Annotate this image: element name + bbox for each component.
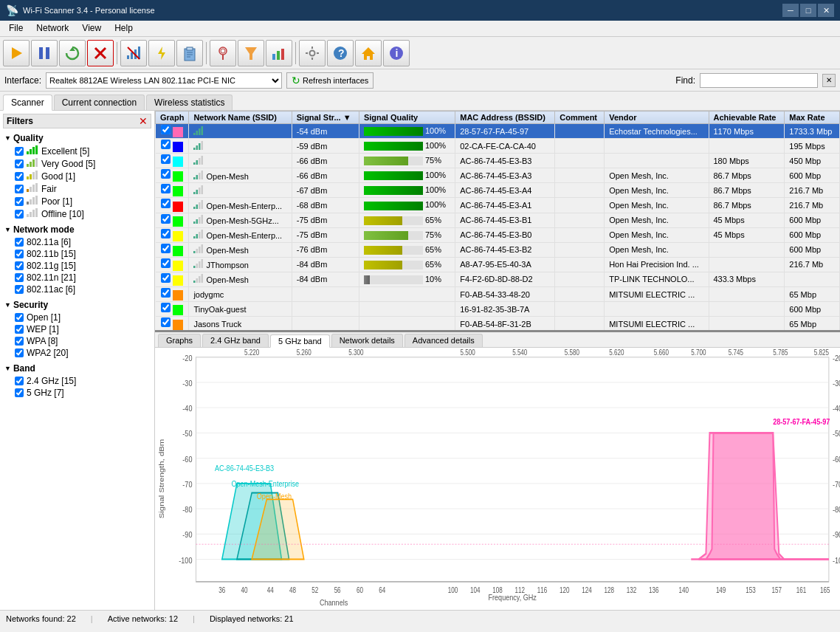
info-button[interactable]: i: [383, 40, 410, 66]
table-row[interactable]: -67 dBm 100% AC-86-74-45-E3-A4 Open Mesh…: [156, 183, 840, 198]
tab-current-connection[interactable]: Current connection: [54, 95, 145, 110]
filter-wpa-checkbox[interactable]: [15, 337, 24, 346]
col-ach-rate[interactable]: Achievable Rate: [709, 111, 785, 124]
filter-offline-checkbox[interactable]: [15, 210, 24, 219]
col-ssid[interactable]: Network Name (SSID): [189, 111, 292, 124]
filter-good[interactable]: Good [1]: [3, 170, 151, 182]
pause-scan-button[interactable]: [31, 40, 58, 66]
section-band[interactable]: ▼ Band: [3, 362, 151, 375]
filters-close-button[interactable]: ✕: [139, 116, 148, 126]
home-button[interactable]: [355, 40, 382, 66]
table-row[interactable]: Open-Mesh -66 dBm 100% AC-86-74-45-E3-A3…: [156, 168, 840, 183]
filter-offline[interactable]: Offline [10]: [3, 207, 151, 220]
filter-wpa2-checkbox[interactable]: [15, 348, 24, 357]
filter-fair[interactable]: Fair: [3, 182, 151, 195]
signal-button[interactable]: [120, 40, 147, 66]
filter-wep-checkbox[interactable]: [15, 325, 24, 334]
antenna-button[interactable]: [210, 40, 236, 66]
filter-5ghz[interactable]: 5 GHz [7]: [3, 387, 151, 399]
row-check[interactable]: [156, 168, 189, 183]
col-max-rate[interactable]: Max Rate: [785, 111, 840, 124]
bottom-tab-5ghz[interactable]: 5 GHz band: [270, 334, 330, 348]
row-check[interactable]: [156, 242, 189, 257]
row-check[interactable]: [156, 139, 189, 154]
row-check[interactable]: [156, 272, 189, 286]
table-row[interactable]: Open-Mesh-Enterp... -75 dBm 75% AC-86-74…: [156, 227, 840, 242]
filter-80211n-checkbox[interactable]: [15, 273, 24, 282]
table-row[interactable]: Open-Mesh-Enterp... -68 dBm 100% AC-86-7…: [156, 198, 840, 213]
filter-80211g-checkbox[interactable]: [15, 261, 24, 270]
filter-excellent[interactable]: Excellent [5]: [3, 145, 151, 157]
col-signal-quality[interactable]: Signal Quality: [359, 111, 455, 124]
menu-network[interactable]: Network: [30, 22, 75, 35]
table-row[interactable]: jodygmc F0-AB-54-33-48-20 MITSUMI ELECTR…: [156, 287, 840, 302]
find-clear-button[interactable]: ✕: [822, 74, 836, 87]
col-comment[interactable]: Comment: [555, 111, 605, 124]
close-button[interactable]: ✕: [818, 4, 834, 17]
chart-button[interactable]: [266, 40, 292, 66]
table-row[interactable]: -59 dBm 100% 02-CA-FE-CA-CA-40 195 Mbps: [156, 139, 840, 154]
filter-very-good-checkbox[interactable]: [15, 159, 24, 168]
help-button[interactable]: ?: [327, 40, 354, 66]
clipboard-button[interactable]: [176, 40, 203, 66]
interface-select[interactable]: Realtek 8812AE Wireless LAN 802.11ac PCI…: [46, 72, 282, 89]
filter-wep[interactable]: WEP [1]: [3, 323, 151, 335]
section-quality[interactable]: ▼ Quality: [3, 131, 151, 145]
row-check[interactable]: [156, 124, 189, 139]
table-row[interactable]: Jasons Truck F0-AB-54-8F-31-2B MITSUMI E…: [156, 317, 840, 332]
row-check[interactable]: [156, 198, 189, 213]
bottom-tab-advanced-details[interactable]: Advanced details: [404, 334, 483, 347]
filter-poor[interactable]: Poor [1]: [3, 195, 151, 207]
col-graph[interactable]: Graph: [156, 111, 189, 124]
filter-open-checkbox[interactable]: [15, 313, 24, 322]
refresh-button[interactable]: [59, 40, 86, 66]
bottom-tab-24ghz[interactable]: 2.4 GHz band: [202, 334, 269, 347]
table-row[interactable]: Open-Mesh-5GHz... -75 dBm 65% AC-86-74-4…: [156, 213, 840, 227]
filter-80211n[interactable]: 802.11n [21]: [3, 272, 151, 284]
filter-excellent-checkbox[interactable]: [15, 147, 24, 156]
row-check[interactable]: [156, 183, 189, 198]
filter-good-checkbox[interactable]: [15, 172, 24, 181]
row-check[interactable]: [156, 154, 189, 168]
row-check[interactable]: [156, 257, 189, 272]
menu-file[interactable]: File: [3, 22, 29, 35]
filter-wpa2[interactable]: WPA2 [20]: [3, 347, 151, 359]
section-network-mode[interactable]: ▼ Network mode: [3, 223, 151, 236]
table-row[interactable]: -66 dBm 75% AC-86-74-45-E3-B3 180 Mbps 4…: [156, 154, 840, 168]
row-check[interactable]: [156, 302, 189, 317]
maximize-button[interactable]: □: [800, 4, 816, 17]
menu-help[interactable]: Help: [109, 22, 139, 35]
table-row[interactable]: -54 dBm 100% 28-57-67-FA-45-97 Echostar …: [156, 124, 840, 139]
filter-24ghz-checkbox[interactable]: [15, 377, 24, 385]
section-security[interactable]: ▼ Security: [3, 298, 151, 312]
flash-button[interactable]: [148, 40, 175, 66]
filter-80211ac[interactable]: 802.11ac [6]: [3, 284, 151, 295]
row-check[interactable]: [156, 287, 189, 302]
filter-80211ac-checkbox[interactable]: [15, 285, 24, 294]
table-row[interactable]: Open-Mesh -84 dBm 10% F4-F2-6D-8D-88-D2 …: [156, 272, 840, 286]
filter-80211a[interactable]: 802.11a [6]: [3, 236, 151, 248]
start-scan-button[interactable]: [3, 40, 30, 66]
filter-5ghz-checkbox[interactable]: [15, 388, 24, 397]
filter-24ghz[interactable]: 2.4 GHz [15]: [3, 375, 151, 387]
table-row[interactable]: Open-Mesh -76 dBm 65% AC-86-74-45-E3-B2 …: [156, 242, 840, 257]
table-row[interactable]: TinyOak-guest 16-91-82-35-3B-7A 600 Mbp: [156, 302, 840, 317]
settings-button[interactable]: [299, 40, 326, 66]
filter-very-good[interactable]: Very Good [5]: [3, 157, 151, 170]
bottom-tab-graphs[interactable]: Graphs: [158, 334, 201, 347]
find-input[interactable]: [700, 73, 818, 88]
col-signal-strength[interactable]: Signal Str... ▼: [292, 111, 359, 124]
row-check[interactable]: [156, 213, 189, 227]
filter-80211g[interactable]: 802.11g [15]: [3, 260, 151, 272]
filter-poor-checkbox[interactable]: [15, 197, 24, 206]
refresh-interfaces-button[interactable]: ↻ Refresh interfaces: [286, 72, 373, 89]
tab-scanner[interactable]: Scanner: [3, 95, 52, 111]
minimize-button[interactable]: ─: [782, 4, 799, 17]
stop-button[interactable]: [87, 40, 114, 66]
col-mac[interactable]: MAC Address (BSSID): [455, 111, 555, 124]
filter-button[interactable]: [238, 40, 264, 66]
menu-view[interactable]: View: [76, 22, 107, 35]
row-check[interactable]: [156, 227, 189, 242]
filter-fair-checkbox[interactable]: [15, 185, 24, 193]
filter-wpa[interactable]: WPA [8]: [3, 335, 151, 347]
